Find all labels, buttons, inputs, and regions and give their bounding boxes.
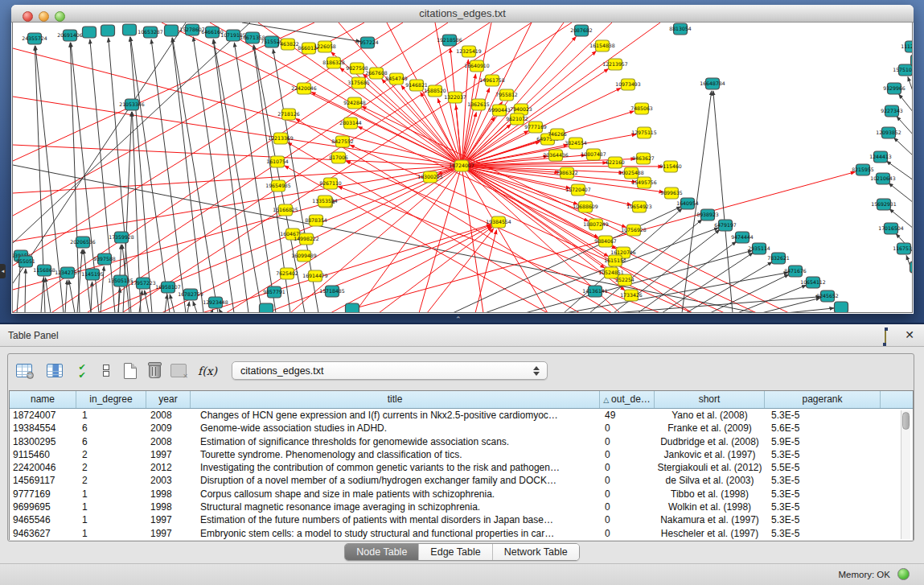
- graph-edge[interactable]: [662, 253, 753, 313]
- table-row[interactable]: 1456911722003Disruption of a novel membe…: [10, 474, 913, 487]
- graph-edge[interactable]: [713, 91, 733, 313]
- close-panel-icon[interactable]: ✕: [905, 328, 914, 341]
- graph-node-label: 17359928: [109, 234, 134, 240]
- column-header-out_de[interactable]: △out_de…: [600, 391, 655, 408]
- table-row[interactable]: 1938455462009Genome-wide association stu…: [10, 422, 913, 435]
- graph-node[interactable]: [165, 25, 179, 36]
- graph-edge[interactable]: [638, 241, 737, 313]
- table-cell: Tourette syndrome. Phenomenology and cla…: [191, 448, 600, 461]
- graph-edge[interactable]: [145, 290, 149, 313]
- graph-edge[interactable]: [462, 166, 663, 167]
- network-canvas[interactable]: 2435572420691406106532871527860764661601…: [12, 23, 913, 313]
- tab-network-table[interactable]: Network Table: [493, 544, 579, 560]
- network-table-select[interactable]: citations_edges.txt: [232, 361, 548, 380]
- graph-node[interactable]: [835, 302, 848, 313]
- table-row[interactable]: 911546021997Tourette syndrome. Phenomeno…: [10, 448, 913, 461]
- table-row[interactable]: 2242004622012Investigating the contribut…: [10, 461, 913, 474]
- table-cell: 1: [76, 513, 146, 526]
- table-row[interactable]: 977716911998Corpus callosum shape and si…: [10, 488, 913, 501]
- graph-edge[interactable]: [172, 38, 203, 313]
- window-titlebar[interactable]: citations_edges.txt: [11, 5, 914, 23]
- graph-edge[interactable]: [187, 302, 189, 313]
- graph-node-label: 19654985: [265, 183, 291, 188]
- table-cell: 1: [76, 501, 146, 513]
- graph-edge[interactable]: [889, 183, 913, 203]
- tab-node-table[interactable]: Node Table: [345, 544, 419, 560]
- graph-edge[interactable]: [786, 308, 834, 313]
- graph-edge[interactable]: [13, 166, 462, 241]
- graph-edge[interactable]: [170, 295, 175, 313]
- graph-edge[interactable]: [737, 285, 807, 313]
- graph-node-label: 1112310: [901, 43, 913, 49]
- table-scrollbar[interactable]: [901, 410, 910, 539]
- graph-edge[interactable]: [69, 280, 75, 313]
- table-cell: 5.6E-5: [765, 422, 881, 435]
- graph-edge[interactable]: [213, 39, 248, 313]
- graph-edge[interactable]: [52, 23, 490, 312]
- graph-edge[interactable]: [379, 227, 492, 313]
- graph-edge[interactable]: [219, 309, 221, 313]
- graph-edge[interactable]: [193, 302, 197, 313]
- graph-edge[interactable]: [462, 115, 515, 166]
- table-panel-title: Table Panel: [8, 330, 59, 341]
- column-header-in_degree[interactable]: in_degree: [76, 391, 146, 408]
- graph-edge[interactable]: [462, 23, 660, 166]
- graph-node-label: 10210643: [870, 175, 896, 181]
- table-cell: 2: [76, 448, 146, 461]
- graph-edge[interactable]: [25, 269, 26, 313]
- table-cell: 0: [600, 513, 655, 526]
- graph-node[interactable]: [911, 55, 914, 66]
- graph-edge[interactable]: [45, 278, 51, 313]
- delete-column-icon[interactable]: [145, 360, 164, 381]
- column-header-year[interactable]: year: [146, 391, 191, 408]
- graph-node-label: 7986322: [556, 170, 578, 175]
- graph-node-label: 12213369: [268, 135, 294, 141]
- column-header-name[interactable]: name: [10, 391, 76, 408]
- graph-node-label: 10688609: [573, 204, 598, 209]
- graph-edge[interactable]: [172, 38, 218, 313]
- table-cell: 5.3E-5: [765, 513, 881, 526]
- left-panel-collapse-handle[interactable]: ◂: [0, 264, 6, 278]
- graph-edge[interactable]: [614, 297, 820, 313]
- table-row[interactable]: 946362711997Embryonic stem cells: a mode…: [10, 527, 913, 540]
- graph-node-label: 1640954: [676, 200, 699, 206]
- row-cells-icon[interactable]: [97, 360, 116, 381]
- graph-edge[interactable]: [65, 280, 67, 313]
- graph-edge[interactable]: [41, 278, 43, 313]
- table-cell: Wolkin et al. (1998): [655, 501, 765, 513]
- table-row[interactable]: 946554611997Estimation of the future num…: [10, 513, 913, 526]
- graph-edge[interactable]: [475, 230, 497, 313]
- table-mode-icon[interactable]: [14, 360, 34, 381]
- column-header-short[interactable]: short: [655, 391, 765, 408]
- table-row[interactable]: 1872400712008Changes of HCN gene express…: [10, 409, 913, 422]
- new-column-icon[interactable]: [121, 360, 140, 381]
- graph-edge[interactable]: [462, 166, 548, 313]
- tab-edge-table[interactable]: Edge Table: [419, 544, 492, 560]
- function-builder-icon[interactable]: f(x): [198, 360, 217, 381]
- float-panel-icon[interactable]: [885, 330, 897, 341]
- show-columns-icon[interactable]: [45, 360, 64, 381]
- table-row[interactable]: 969969511998Structural magnetic resonanc…: [10, 501, 913, 513]
- graph-node[interactable]: [910, 262, 914, 273]
- graph-node[interactable]: [346, 303, 359, 313]
- column-header-pagerank[interactable]: pagerank: [765, 391, 881, 408]
- node-table[interactable]: namein_degreeyeartitle△out_de…shortpager…: [9, 390, 914, 540]
- graph-edge[interactable]: [908, 77, 913, 93]
- graph-node[interactable]: [101, 25, 115, 36]
- table-cell: 5.3E-5: [765, 409, 881, 422]
- network-view-window[interactable]: citations_edges.txt 24355724206914061065…: [11, 5, 914, 314]
- graph-edge[interactable]: [894, 138, 913, 156]
- graph-node-label: 7940023: [510, 106, 532, 112]
- table-scrollbar-thumb[interactable]: [902, 412, 910, 430]
- graph-node[interactable]: [260, 303, 273, 313]
- column-header-title[interactable]: title: [191, 391, 600, 408]
- graph-node[interactable]: [83, 27, 97, 38]
- graph-edge[interactable]: [525, 250, 752, 313]
- graph-node[interactable]: [123, 24, 137, 35]
- graph-edge[interactable]: [331, 226, 491, 313]
- select-mode-icon[interactable]: ✔✔: [72, 360, 92, 381]
- graph-node-label: 21053346: [119, 101, 145, 107]
- graph-edge[interactable]: [84, 249, 91, 313]
- pane-divider-grip[interactable]: ⌃: [455, 316, 465, 323]
- table-row[interactable]: 1830029562008Estimation of significance …: [10, 435, 913, 448]
